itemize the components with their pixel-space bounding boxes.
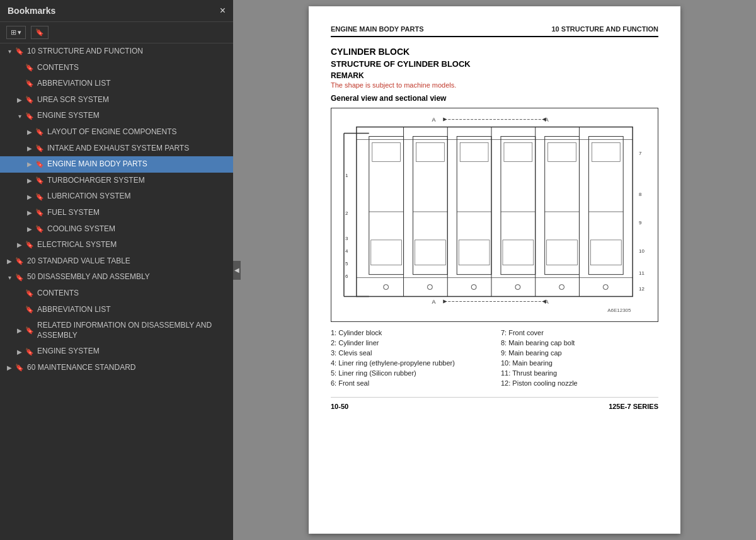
svg-rect-7 [371,240,402,265]
bookmark-icon: 🔖 [35,225,44,233]
svg-text:2: 2 [345,210,348,216]
toggle-icon: ▶ [25,161,34,168]
bookmark-icon: 🔖 [25,79,34,88]
svg-rect-25 [592,142,620,161]
bookmark-item[interactable]: 🔖ABBREVIATION LIST [0,302,233,318]
bookmark-label: ENGINE MAIN BODY PARTS [47,159,228,169]
part-item-right: 7: Front cover [501,328,658,337]
svg-point-40 [603,285,608,290]
svg-rect-21 [548,142,576,161]
footer-right: 125E-7 SERIES [609,403,658,410]
bookmark-item[interactable]: 🔖ABBREVIATION LIST [0,76,233,92]
toggle-icon: ▶ [15,241,24,248]
bookmark-item[interactable]: ▶🔖INTAKE AND EXHAUST SYSTEM PARTS [0,141,233,157]
svg-marker-50 [542,299,546,303]
bookmark-icon: 🔖 [25,306,34,314]
svg-point-39 [559,285,564,290]
bookmark-label: 20 STANDARD VALUE TABLE [27,256,228,267]
bookmark-icon: 🔖 [35,193,44,201]
svg-rect-27 [590,240,621,265]
collapse-handle[interactable]: ◀ [233,261,241,280]
svg-text:4: 4 [345,248,348,254]
header-right: 10 STRUCTURE AND FUNCTION [552,25,659,33]
bookmark-item[interactable]: 🔖CONTENTS [0,285,233,302]
bookmark-item[interactable]: ▶🔖20 STANDARD VALUE TABLE [0,253,233,270]
svg-point-37 [471,285,476,290]
document-footer: 10-50 125E-7 SERIES [331,397,658,410]
bookmark-item[interactable]: ▶🔖COOLING SYSTEM [0,221,233,238]
bookmark-label: LAYOUT OF ENGINE COMPONENTS [47,127,228,137]
bookmark-icon: 🔖 [15,273,24,282]
view-button[interactable]: ⊞ ▾ [6,26,26,39]
bookmark-item[interactable]: ▾🔖50 DISASSEMBLY AND ASSEMBLY [0,269,233,285]
svg-text:A: A [432,299,435,305]
part-item-left: 5: Liner ring (Silicon rubber) [331,369,488,377]
svg-rect-11 [415,240,445,265]
sidebar: Bookmarks × ⊞ ▾ 🔖 ▾🔖10 STRUCTURE AND FUN… [0,0,233,540]
toggle-icon: ▶ [25,209,34,216]
bookmark-item[interactable]: ▶🔖ENGINE MAIN BODY PARTS [0,156,233,173]
bookmark-item[interactable]: ▶🔖FUEL SYSTEM [0,205,233,221]
part-item-left: 2: Cylinder liner [331,338,488,347]
svg-rect-8 [413,136,448,274]
svg-rect-16 [501,136,536,274]
bookmark-item[interactable]: ▾🔖ENGINE SYSTEM [0,108,233,124]
bookmark-label: CONTENTS [37,63,228,73]
svg-rect-12 [457,136,491,274]
bookmark-item[interactable]: ▶🔖LUBRICATION SYSTEM [0,188,233,205]
svg-point-35 [384,285,389,290]
bookmark-button[interactable]: 🔖 [31,26,49,39]
remark-text: The shape is subject to machine models. [331,81,658,89]
sidebar-title: Bookmarks [8,6,55,16]
footer-left: 10-50 [331,403,348,410]
part-item-left: 1: Cylinder block [331,328,488,337]
bookmark-item[interactable]: ▶🔖TURBOCHARGER SYSTEM [0,173,233,189]
bookmark-icon: 🔖 [35,209,44,217]
svg-marker-45 [542,118,546,122]
toggle-icon: ▶ [5,364,14,371]
part-item-left: 6: Front seal [331,379,488,388]
bookmark-label: TURBOCHARGER SYSTEM [47,176,228,186]
svg-point-38 [515,285,520,290]
bookmark-label: ELECTRICAL SYSTEM [37,240,228,250]
part-item-right: 12: Piston cooling nozzle [501,379,658,388]
bookmark-label: ABBREVIATION LIST [37,305,228,315]
toggle-icon: ▶ [25,145,34,152]
svg-rect-19 [503,240,534,265]
toggle-icon: ▶ [15,327,24,334]
bookmark-item[interactable]: ▶🔖ENGINE SYSTEM [0,343,233,360]
bookmark-label: ENGINE SYSTEM [37,347,228,357]
bookmark-item[interactable]: ▶🔖ELECTRICAL SYSTEM [0,237,233,253]
bookmark-icon: 🔖 [15,364,24,372]
svg-rect-13 [460,142,488,161]
bookmark-icon: 🔖 [25,289,34,297]
svg-marker-48 [443,299,447,303]
diagram-box: A A A A 1 2 3 4 5 6 7 8 9 10 [331,108,658,322]
bookmark-item[interactable]: 🔖CONTENTS [0,60,233,76]
bookmark-icon: 🔖 [35,128,44,136]
bookmark-label: 60 MAINTENANCE STANDARD [27,363,228,373]
part-item-right: 10: Main bearing [501,359,658,367]
bookmark-item[interactable]: ▶🔖RELATED INFORMATION ON DISASSEMBLY AND… [0,318,233,343]
parts-list: 1: Cylinder block7: Front cover2: Cylind… [331,328,658,388]
bookmark-item[interactable]: ▶🔖60 MAINTENANCE STANDARD [0,360,233,376]
view-label: General view and sectional view [331,94,658,103]
bookmark-icon: 🔖 [15,257,24,265]
svg-rect-15 [459,240,490,265]
section-title: CYLINDER BLOCK [331,47,658,57]
page-container: ENGINE MAIN BODY PARTS 10 STRUCTURE AND … [309,6,680,534]
bookmark-item[interactable]: ▶🔖UREA SCR SYSTEM [0,92,233,108]
toggle-icon: ▶ [25,177,34,184]
svg-text:7: 7 [639,151,642,156]
bookmark-label: INTAKE AND EXHAUST SYSTEM PARTS [47,144,228,154]
bookmark-item[interactable]: ▶🔖LAYOUT OF ENGINE COMPONENTS [0,124,233,141]
part-item-left: 3: Clevis seal [331,348,488,357]
bookmark-icon-toolbar: 🔖 [35,28,44,37]
header-left: ENGINE MAIN BODY PARTS [331,25,424,33]
svg-text:5: 5 [345,261,348,267]
svg-rect-5 [372,142,401,161]
bookmark-item[interactable]: ▾🔖10 STRUCTURE AND FUNCTION [0,43,233,60]
toggle-icon: ▶ [25,226,34,233]
close-button[interactable]: × [220,5,226,16]
bookmark-label: COOLING SYSTEM [47,224,228,234]
